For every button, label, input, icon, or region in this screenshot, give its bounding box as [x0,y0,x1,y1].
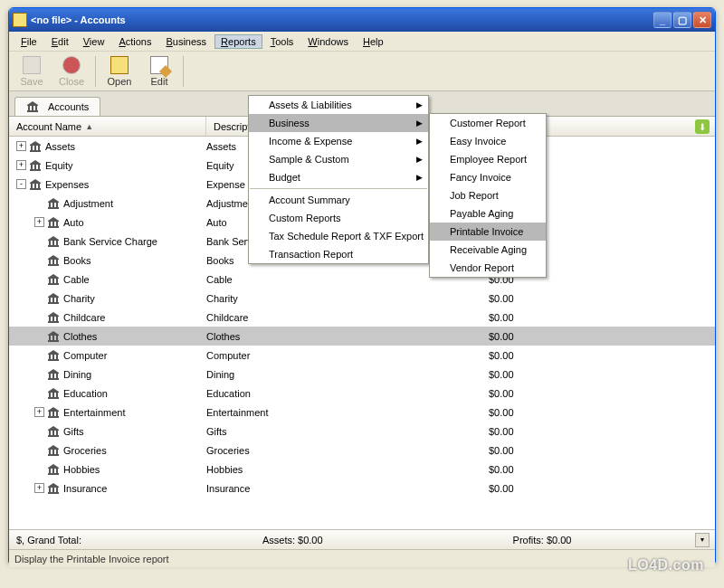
maximize-button[interactable]: ▢ [673,12,691,28]
submenu-arrow-icon: ▶ [416,155,423,164]
tab-label: Accounts [48,101,89,112]
header-account-name[interactable]: Account Name▲ [9,117,206,136]
account-total: $0.00 [489,369,514,380]
tab-accounts[interactable]: Accounts [14,97,100,116]
bank-icon [47,388,60,399]
sort-asc-icon: ▲ [85,122,93,131]
menu-edit[interactable]: Edit [45,34,75,49]
assets-total: Assets: $0.00 [262,535,323,545]
reports-dropdown: Assets & Liabilities▶Business▶Income & E… [248,95,429,264]
table-row[interactable]: +InsuranceInsurance$0.00 [9,479,715,498]
table-row[interactable]: EducationEducation$0.00 [9,384,715,403]
account-name: Adjustment [63,198,113,209]
menu-reports[interactable]: Reports [214,34,262,49]
reports-menu-item[interactable]: Custom Reports [249,209,428,227]
account-desc: Computer [206,350,250,361]
business-menu-item[interactable]: Vendor Report [430,259,546,277]
account-name: Groceries [63,445,107,456]
titlebar[interactable]: <no file> - Accounts _ ▢ ✕ [9,8,715,32]
reports-menu-item[interactable]: Transaction Report [249,245,428,263]
table-row[interactable]: ComputerComputer$0.00 [9,346,715,365]
account-desc: Clothes [206,331,240,342]
menu-actions[interactable]: Actions [112,34,157,49]
reports-menu-item[interactable]: Sample & Custom▶ [249,150,428,168]
column-options-button[interactable]: ⬇ [695,119,710,134]
business-menu-item[interactable]: Payable Aging [430,204,546,223]
table-row[interactable]: GiftsGifts$0.00 [9,422,715,441]
submenu-arrow-icon: ▶ [416,173,423,182]
bank-icon [47,293,60,304]
account-name: Hobbies [63,464,100,475]
account-total: $0.00 [489,293,514,304]
tree-expander[interactable]: + [16,141,26,151]
table-row[interactable]: HobbiesHobbies$0.00 [9,460,715,479]
table-row[interactable]: CharityCharity$0.00 [9,289,715,308]
menu-help[interactable]: Help [357,34,390,49]
app-window: <no file> - Accounts _ ▢ ✕ File Edit Vie… [8,7,716,563]
tree-expander[interactable]: + [16,160,26,170]
close-doc-button[interactable]: Close [52,53,90,90]
summary-bar: $, Grand Total: Assets: $0.00 Profits: $… [9,529,715,549]
reports-menu-item[interactable]: Business▶ [249,114,428,132]
tree-expander[interactable]: + [34,407,44,417]
account-name: Insurance [63,483,107,494]
tree-expander[interactable]: - [16,179,26,189]
reports-menu-item[interactable]: Account Summary [249,191,428,209]
account-name: Entertainment [63,407,125,418]
account-name: Charity [63,293,95,304]
summary-dropdown-button[interactable]: ▾ [695,533,710,547]
bank-icon [47,445,60,456]
table-row[interactable]: CableCable$0.00 [9,270,715,289]
account-total: $0.00 [489,350,514,361]
table-row[interactable]: +EntertainmentEntertainment$0.00 [9,403,715,422]
business-menu-item[interactable]: Receivable Aging [430,241,546,259]
menu-business[interactable]: Business [159,34,213,49]
save-button[interactable]: Save [13,53,51,90]
account-desc: Books [206,255,234,266]
account-desc: Education [206,388,251,399]
table-row[interactable]: ClothesClothes$0.00 [9,327,715,346]
account-name: Cable [63,274,90,285]
open-button[interactable]: Open [100,53,138,90]
minimize-button[interactable]: _ [653,12,672,28]
menu-tools[interactable]: Tools [264,34,300,49]
account-total: $0.00 [489,312,514,323]
status-text: Display the Printable Invoice report [14,554,169,564]
account-total: $0.00 [489,407,514,418]
table-row[interactable]: ChildcareChildcare$0.00 [9,308,715,327]
menu-file[interactable]: File [14,34,43,49]
account-name: Auto [63,217,84,228]
table-row[interactable]: GroceriesGroceries$0.00 [9,441,715,460]
menu-view[interactable]: View [77,34,111,49]
account-total: $0.00 [489,445,514,456]
reports-menu-item[interactable]: Budget▶ [249,168,428,186]
close-button[interactable]: ✕ [693,12,711,28]
bank-icon [26,101,39,112]
submenu-arrow-icon: ▶ [416,100,423,109]
business-menu-item[interactable]: Fancy Invoice [430,168,546,186]
business-menu-item[interactable]: Easy Invoice [430,132,546,150]
edit-button[interactable]: Edit [140,53,178,90]
menu-windows[interactable]: Windows [301,34,355,49]
business-menu-item[interactable]: Customer Report [430,114,546,132]
reports-menu-item[interactable]: Income & Expense▶ [249,132,428,150]
account-name: Computer [63,350,107,361]
reports-menu-item[interactable]: Assets & Liabilities▶ [249,96,428,114]
tree-expander[interactable]: + [34,217,44,227]
business-menu-item[interactable]: Employee Report [430,150,546,168]
tree-expander[interactable]: + [34,483,44,493]
table-row[interactable]: DiningDining$0.00 [9,365,715,384]
window-title: <no file> - Accounts [31,14,653,25]
submenu-arrow-icon: ▶ [416,137,423,146]
bank-icon [47,331,60,342]
reports-menu-item[interactable]: Tax Schedule Report & TXF Export [249,227,428,245]
business-menu-item[interactable]: Job Report [430,186,546,204]
account-name: Gifts [63,426,84,437]
account-name: Childcare [63,312,105,323]
bank-icon [47,350,60,361]
bank-icon [47,464,60,475]
profits-total: Profits: $0.00 [513,535,572,545]
business-submenu: Customer ReportEasy InvoiceEmployee Repo… [429,113,547,278]
business-menu-item[interactable]: Printable Invoice [430,223,546,241]
account-name: Equity [45,160,73,171]
